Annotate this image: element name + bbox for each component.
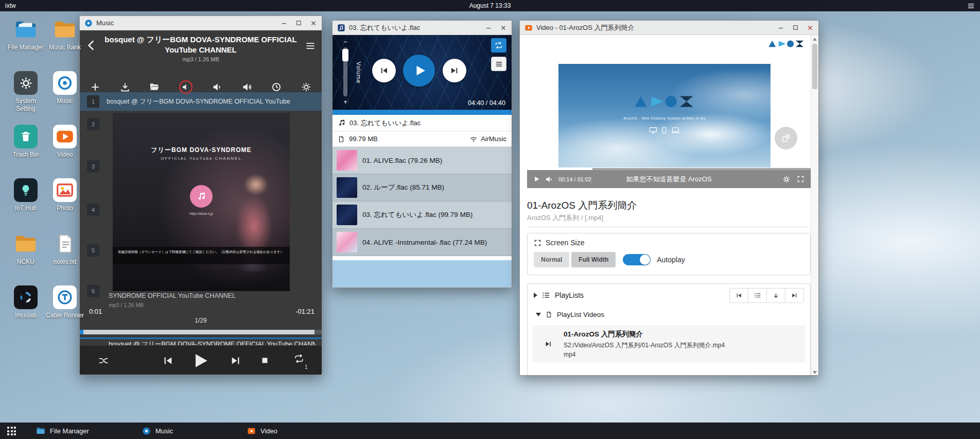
minimize-button[interactable] — [485, 24, 492, 31]
desktop-icon-label: File Manager — [8, 44, 44, 52]
maximize-button[interactable] — [792, 24, 799, 31]
minimize-button[interactable] — [281, 20, 288, 27]
desktop-icon-iot-hub[interactable]: IoT Hub — [6, 178, 45, 232]
desktop-icon-video[interactable]: Video — [45, 125, 84, 178]
seek-bar[interactable] — [332, 110, 512, 115]
video-app-icon — [53, 125, 77, 148]
video-window-titlebar[interactable]: Video - 01-ArozOS 入門系列簡介 — [520, 21, 818, 35]
window-title: 03. 忘れてもいいよ.flac — [349, 23, 420, 32]
scrollbar-thumb[interactable] — [812, 44, 817, 89]
full-width-button[interactable]: Full Width — [571, 252, 616, 267]
clock-label: August 7 13:33 — [0, 2, 980, 9]
music-app-icon — [84, 19, 93, 27]
maximize-button[interactable] — [295, 20, 302, 26]
taskbar-item-file-manager[interactable]: File Manager — [36, 423, 89, 439]
repeat-button[interactable] — [491, 38, 506, 53]
minimize-button[interactable] — [777, 24, 784, 31]
repeat-button[interactable] — [294, 353, 304, 364]
stop-button[interactable] — [261, 357, 269, 364]
desktop-icon-music[interactable]: Music — [45, 71, 84, 125]
video-screen[interactable]: ArozOS - Web Desktop System written in G… — [558, 64, 771, 167]
taskbar-item-music[interactable]: Music — [142, 423, 173, 439]
volume-track[interactable] — [343, 47, 347, 96]
desktop-icon-label: Trash Bin — [13, 151, 39, 159]
close-button[interactable] — [310, 20, 317, 27]
playlist-menu-button[interactable] — [491, 57, 506, 71]
next-button[interactable] — [230, 355, 241, 366]
seek-bar-buffered — [80, 330, 314, 334]
time-display: 04:40 / 04:40 — [468, 99, 505, 107]
video-settings-button[interactable] — [782, 175, 791, 183]
close-button[interactable] — [500, 24, 507, 31]
file-info-row: 99.79 MB AirMusic — [332, 131, 512, 147]
add-button[interactable] — [90, 82, 100, 92]
scrollbar[interactable] — [811, 35, 818, 376]
desktop-icon-photo[interactable]: Photo — [45, 178, 84, 232]
scroll-up-button[interactable] — [811, 35, 818, 43]
playlist-row-meta: mp3 / 1.26 MB — [109, 302, 144, 308]
next-button[interactable] — [443, 59, 466, 82]
desktop-icon-label: IoT Hub — [15, 205, 37, 212]
desktop-icon-file-manager[interactable]: File Manager — [6, 18, 45, 71]
toggle-knob — [640, 255, 650, 265]
normal-size-button[interactable]: Normal — [534, 252, 569, 267]
fullscreen-button[interactable] — [797, 175, 804, 183]
playlist-item[interactable]: 03. 忘れてもいいよ.flac (99.79 MB) — [332, 201, 512, 229]
file-manager-icon — [14, 18, 38, 41]
playlist-item[interactable]: 02. ループ.flac (85.71 MB) — [332, 174, 512, 201]
scroll-down-button[interactable] — [811, 368, 818, 376]
previous-button[interactable] — [162, 355, 173, 366]
previous-video-button[interactable] — [729, 288, 748, 303]
desktop-icon-label: Video — [57, 151, 73, 159]
caret-down-icon[interactable] — [536, 313, 541, 316]
shuffle-button[interactable] — [98, 356, 109, 366]
play-button[interactable] — [403, 55, 435, 87]
album-thumbnail — [337, 150, 357, 171]
volume-high-button[interactable] — [242, 82, 252, 92]
topbar-menu-icon[interactable] — [967, 2, 975, 10]
mute-button[interactable] — [179, 80, 192, 94]
volume-low-button[interactable] — [212, 82, 222, 92]
desktop-icon-cable-runner[interactable]: Cable Runner — [45, 285, 84, 339]
play-button[interactable] — [191, 351, 209, 370]
music-window-titlebar[interactable]: Music — [80, 16, 322, 30]
volume-knob[interactable] — [342, 49, 348, 61]
playlist-toggle-button[interactable] — [748, 288, 767, 303]
download-video-button[interactable] — [766, 288, 785, 303]
volume-button[interactable] — [545, 175, 553, 183]
desktop-icon-trash-bin[interactable]: Trash Bin — [6, 125, 45, 178]
desktop-icon-notes-txt[interactable]: notes.txt — [45, 232, 84, 285]
popout-button[interactable] — [775, 127, 797, 149]
back-button[interactable] — [85, 39, 98, 52]
file-icon — [338, 136, 345, 143]
taskbar-item-video[interactable]: Video — [247, 423, 277, 439]
download-button[interactable] — [120, 82, 130, 92]
playlist-video-item[interactable]: 01-ArozOS 入門系列簡介 S2:/Video/ArozOS 入門系列/0… — [533, 325, 805, 363]
desktop-icon-system-setting[interactable]: System Setting — [6, 71, 45, 125]
cable-runner-icon — [53, 285, 77, 309]
video-window-body: ArozOS - Web Desktop System written in G… — [520, 35, 818, 376]
seek-bar[interactable] — [80, 330, 322, 334]
playlist-item[interactable]: 01. ALIVE.flac (79.26 MB) — [332, 147, 512, 174]
autoplay-toggle[interactable] — [623, 254, 651, 265]
volume-slider[interactable]: − + — [339, 38, 352, 106]
music-note-icon — [338, 119, 345, 127]
flac-window-titlebar[interactable]: 03. 忘れてもいいよ.flac — [332, 21, 512, 35]
desktop-icon-ncku[interactable]: NCKU — [6, 232, 45, 285]
previous-button[interactable] — [372, 59, 396, 82]
track-number: 1 — [87, 95, 99, 108]
arozos-logo-icon — [768, 39, 805, 48]
close-button[interactable] — [807, 24, 814, 31]
desktop-icon-imuslab[interactable]: imuslab — [6, 285, 45, 339]
apps-menu-button[interactable] — [7, 427, 16, 435]
caret-right-icon[interactable] — [534, 293, 537, 298]
device-icons — [558, 127, 771, 134]
history-button[interactable] — [271, 82, 282, 92]
next-video-button[interactable] — [785, 288, 804, 303]
settings-button[interactable] — [301, 82, 311, 92]
play-button[interactable] — [533, 176, 540, 182]
playlist-item[interactable]: 04. ALIVE -Instrumental-.flac (77.24 MB) — [332, 229, 512, 256]
desktop-icon-music-bank[interactable]: Music Bank — [45, 18, 84, 71]
open-folder-button[interactable] — [149, 82, 160, 92]
menu-icon[interactable] — [305, 41, 316, 51]
